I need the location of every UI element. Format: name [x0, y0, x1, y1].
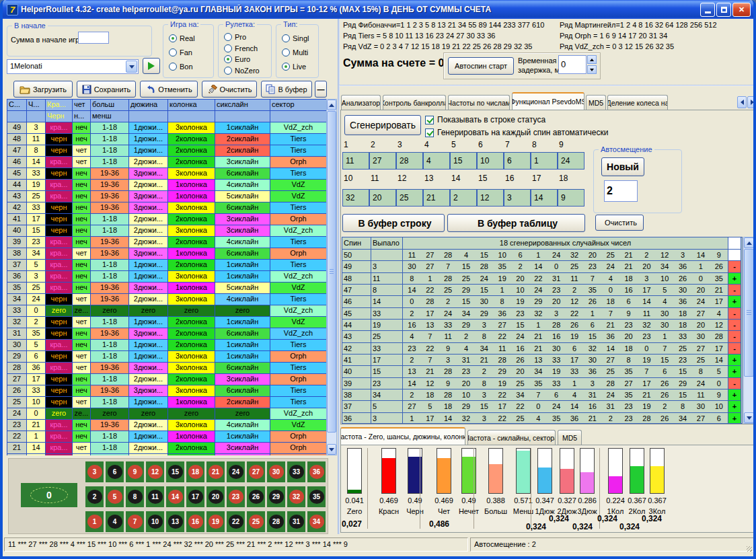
checkbox-checked-icon[interactable]	[425, 116, 434, 124]
radio-unchecked-icon[interactable]	[224, 67, 232, 75]
board-cell-9[interactable]: 9	[126, 461, 144, 482]
tab-Анализатор[interactable]: Анализатор	[341, 95, 381, 110]
board-cell-28[interactable]: 28	[267, 511, 285, 532]
autospin-start-button[interactable]: Автоспин старт	[448, 57, 514, 75]
board-cell-24[interactable]: 24	[227, 461, 245, 482]
board-cell-5[interactable]: 5	[106, 486, 124, 507]
title-bar[interactable]: 7 HelperRoullet 4.32- create helperroull…	[3, 0, 753, 19]
radio-checked-icon[interactable]	[169, 34, 177, 42]
radio-option-multi[interactable]: Multi	[282, 48, 309, 57]
toolbar-button-5[interactable]: В буфер	[261, 81, 312, 98]
tabs-scroll-left-icon[interactable]	[737, 96, 747, 108]
radio-option-real[interactable]: Real	[169, 34, 195, 42]
board-cell-10[interactable]: 10	[146, 511, 164, 532]
tabs-scroll-right-icon[interactable]	[747, 96, 756, 108]
board-cell-11[interactable]: 11	[146, 486, 164, 507]
radio-unchecked-icon[interactable]	[224, 33, 232, 41]
board-cell-23[interactable]: 23	[227, 486, 245, 507]
toolbar-button-6[interactable]: —	[315, 81, 327, 98]
delay-spinner[interactable]	[587, 55, 597, 74]
board-cell-34[interactable]: 34	[307, 511, 326, 532]
copy-table-button[interactable]: В буфер таблицу	[447, 214, 585, 232]
board-cell-27[interactable]: 27	[247, 461, 265, 482]
preset-combobox[interactable]: 1Melonati	[7, 59, 139, 74]
maximize-button[interactable]	[716, 3, 731, 17]
board-cell-4[interactable]: 4	[106, 511, 124, 532]
board-cell-21[interactable]: 21	[206, 461, 225, 482]
radio-option-nozero[interactable]: NoZero	[224, 67, 260, 75]
board-zero-cell[interactable]: 0	[21, 483, 77, 507]
radio-unchecked-icon[interactable]	[169, 48, 177, 57]
spinner-up-icon[interactable]	[587, 55, 597, 64]
board-cell-25[interactable]: 25	[247, 511, 265, 532]
board-cell-13[interactable]: 13	[166, 511, 184, 532]
toolbar-button-1[interactable]: Загрузить	[13, 81, 73, 98]
delay-input[interactable]: 0	[558, 55, 587, 74]
play-button[interactable]	[143, 58, 160, 74]
autoshift-new-button[interactable]: Новый	[601, 157, 644, 176]
radio-unchecked-icon[interactable]	[224, 44, 232, 52]
board-cell-19[interactable]: 19	[206, 511, 225, 532]
board-cell-8[interactable]: 8	[126, 486, 144, 507]
board-cell-29[interactable]: 29	[267, 486, 285, 507]
board-cell-2[interactable]: 2	[85, 486, 104, 507]
board-cell-17[interactable]: 17	[186, 486, 204, 507]
tab-MD5[interactable]: MD5	[586, 95, 606, 110]
spins-table-scrollbar[interactable]	[743, 237, 755, 424]
scrollbar-thumb[interactable]	[327, 111, 336, 433]
copy-row-button[interactable]: В буфер строку	[342, 214, 445, 232]
generate-button[interactable]: Сгенерировать	[344, 115, 421, 135]
scroll-down-icon[interactable]	[744, 412, 754, 423]
minimize-button[interactable]	[700, 3, 715, 17]
scroll-down-icon[interactable]	[327, 444, 336, 455]
board-cell-26[interactable]: 26	[247, 486, 265, 507]
clear-generated-button[interactable]: Очистить	[595, 215, 644, 231]
board-cell-12[interactable]: 12	[146, 461, 164, 482]
board-cell-20[interactable]: 20	[206, 486, 225, 507]
radio-option-euro[interactable]: Euro	[224, 55, 260, 63]
radio-option-pro[interactable]: Pro	[224, 33, 260, 41]
resize-grip[interactable]	[747, 546, 752, 552]
scroll-up-icon[interactable]	[327, 100, 336, 110]
checkbox-checked-icon[interactable]	[425, 128, 434, 137]
history-table-scrollbar[interactable]	[326, 99, 337, 455]
scroll-up-icon[interactable]	[744, 237, 754, 248]
freq-tab-2[interactable]: Частота - сиклайны, сектора	[467, 430, 556, 445]
board-cell-22[interactable]: 22	[227, 511, 245, 532]
radio-checked-icon[interactable]	[282, 63, 290, 71]
radio-option-french[interactable]: French	[224, 44, 260, 52]
radio-option-singl[interactable]: Singl	[282, 34, 309, 42]
board-cell-7[interactable]: 7	[126, 511, 144, 532]
board-cell-31[interactable]: 31	[287, 511, 305, 532]
board-cell-6[interactable]: 6	[106, 461, 124, 482]
board-cell-15[interactable]: 15	[166, 461, 184, 482]
close-button[interactable]: ✕	[732, 3, 751, 17]
board-cell-33[interactable]: 33	[287, 461, 305, 482]
scrollbar-thumb[interactable]	[744, 249, 754, 377]
tab-Деление колеса на[interactable]: Деление колеса на	[607, 95, 668, 110]
generator-checkbox-2[interactable]: Генерировать на каждый спин автоматическ…	[425, 128, 608, 137]
autoshift-value-input[interactable]: 2	[604, 180, 638, 202]
board-cell-14[interactable]: 14	[166, 486, 184, 507]
radio-unchecked-icon[interactable]	[169, 63, 177, 71]
board-cell-3[interactable]: 3	[85, 461, 104, 482]
tab-Контроль банкролла[interactable]: Контроль банкролла	[383, 95, 446, 110]
radio-option-fan[interactable]: Fan	[169, 48, 195, 57]
start-sum-input[interactable]	[78, 32, 109, 44]
spinner-down-icon[interactable]	[587, 65, 597, 74]
board-cell-35[interactable]: 35	[307, 486, 326, 507]
radio-option-bon[interactable]: Bon	[169, 63, 195, 71]
board-cell-30[interactable]: 30	[267, 461, 285, 482]
generator-checkbox-1[interactable]: Показывать в строке статуса	[425, 115, 545, 124]
board-cell-16[interactable]: 16	[186, 511, 204, 532]
radio-unchecked-icon[interactable]	[282, 48, 290, 57]
radio-option-live[interactable]: Live	[282, 63, 309, 71]
board-cell-1[interactable]: 1	[85, 511, 104, 532]
board-cell-32[interactable]: 32	[287, 486, 305, 507]
radio-checked-icon[interactable]	[224, 55, 232, 63]
tab-Частоты по числам[interactable]: Частоты по числам	[448, 95, 510, 110]
board-cell-36[interactable]: 36	[307, 461, 326, 482]
combo-dropdown-icon[interactable]	[126, 61, 137, 73]
tab-Функционал PsevdoMS[interactable]: Функционал PsevdoMS	[512, 92, 584, 110]
toolbar-button-3[interactable]: Отменить	[140, 81, 198, 98]
